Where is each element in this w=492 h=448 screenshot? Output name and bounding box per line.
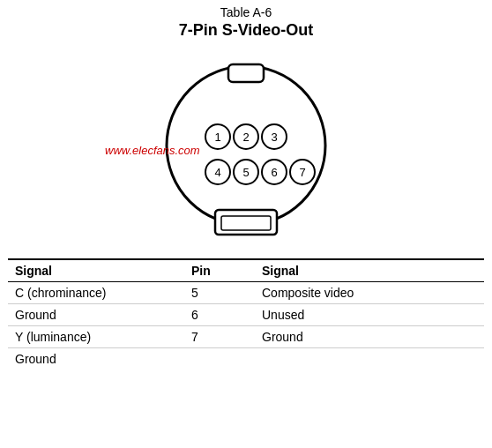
col-header-signal2: Signal: [255, 259, 484, 282]
signal2-cell: Ground: [255, 326, 484, 348]
signal2-cell: [255, 348, 484, 370]
svg-text:2: 2: [242, 131, 249, 144]
signal1-cell: C (chrominance): [8, 282, 184, 304]
table-row: Ground: [8, 348, 484, 370]
diagram-area: www.elecfans.com 1 2 3 4 5: [96, 49, 396, 251]
signal2-cell: Composite video: [255, 282, 484, 304]
table-row: C (chrominance) 5 Composite video: [8, 282, 484, 304]
table-ref: Table A-6: [0, 5, 492, 19]
svg-text:4: 4: [214, 166, 220, 179]
svg-text:5: 5: [242, 166, 249, 179]
svg-text:6: 6: [271, 166, 277, 179]
col-header-pin: Pin: [184, 259, 255, 282]
pin-cell: 5: [184, 282, 255, 304]
signal1-cell: Ground: [8, 348, 184, 370]
title-area: Table A-6 7-Pin S-Video-Out: [0, 0, 492, 40]
watermark-text: www.elecfans.com: [105, 144, 200, 157]
table-header-row: Signal Pin Signal: [8, 259, 484, 282]
svg-rect-1: [228, 64, 264, 82]
signal2-cell: Unused: [255, 304, 484, 326]
svg-text:3: 3: [271, 131, 277, 144]
svg-rect-3: [221, 216, 271, 230]
pin-table: Signal Pin Signal C (chrominance) 5 Comp…: [8, 258, 484, 370]
page: Table A-6 7-Pin S-Video-Out www.elecfans…: [0, 0, 492, 448]
table-row: Y (luminance) 7 Ground: [8, 326, 484, 348]
svg-text:7: 7: [299, 166, 305, 179]
pin-cell: 6: [184, 304, 255, 326]
signal1-cell: Ground: [8, 304, 184, 326]
col-header-signal1: Signal: [8, 259, 184, 282]
svg-text:1: 1: [214, 131, 220, 144]
pin-cell: [184, 348, 255, 370]
table-row: Ground 6 Unused: [8, 304, 484, 326]
pin-cell: 7: [184, 326, 255, 348]
page-title: 7-Pin S-Video-Out: [0, 21, 492, 40]
signal1-cell: Y (luminance): [8, 326, 184, 348]
